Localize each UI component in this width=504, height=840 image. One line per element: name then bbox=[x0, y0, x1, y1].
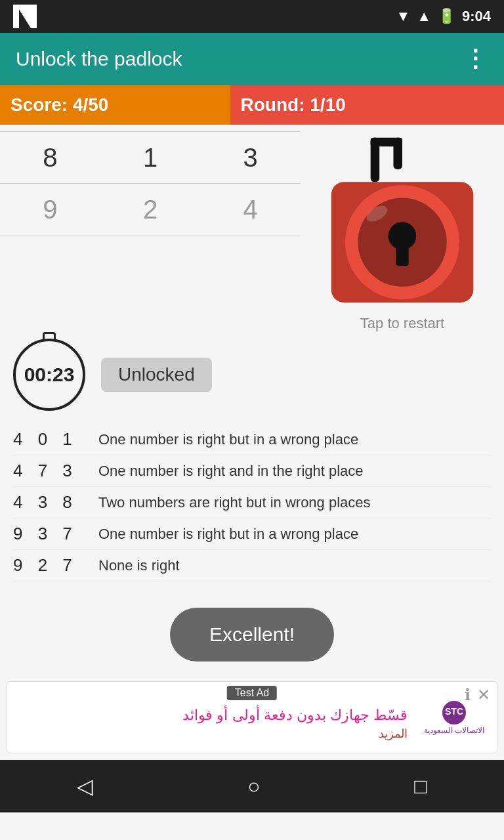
status-bar-right: ▼ ▲ 🔋 9:04 bbox=[396, 8, 491, 25]
clue-text-3: One number is right but in a wrong place bbox=[98, 526, 491, 543]
round-label: Round: 1/10 bbox=[241, 94, 346, 116]
ad-banner: Test Ad ℹ ✕ قسّط جهازك بدون دفعة أولى أو… bbox=[7, 681, 497, 753]
clue-numbers-3: 9 3 7 bbox=[13, 524, 98, 544]
clue-text-4: None is right bbox=[98, 557, 491, 574]
svg-rect-7 bbox=[396, 247, 408, 266]
time-display: 9:04 bbox=[462, 8, 491, 25]
ad-close-icon[interactable]: ✕ bbox=[477, 686, 490, 704]
score-label: Score: 4/50 bbox=[10, 94, 108, 116]
nav-recent-button[interactable]: □ bbox=[414, 774, 427, 799]
timer-circle: 00:23 bbox=[13, 339, 85, 411]
svg-point-6 bbox=[388, 222, 417, 250]
app-bar: Unlock the padlock ⋮ bbox=[0, 33, 504, 85]
wifi-icon: ▼ bbox=[396, 8, 410, 25]
ad-info-icon[interactable]: ℹ bbox=[465, 686, 471, 704]
stc-logo-icon: STC bbox=[441, 700, 467, 726]
active-digit-3[interactable]: 3 bbox=[200, 143, 301, 173]
excellent-button[interactable]: Excellent! bbox=[170, 608, 334, 662]
signal-icon: ▲ bbox=[417, 8, 431, 25]
number-grid: 8 1 3 9 2 4 bbox=[0, 125, 301, 332]
clue-numbers-2: 4 3 8 bbox=[13, 492, 98, 513]
timer-top-icon bbox=[43, 332, 56, 340]
dimmed-digit-2[interactable]: 2 bbox=[100, 195, 201, 224]
n-logo-icon bbox=[13, 5, 37, 28]
svg-rect-1 bbox=[371, 138, 380, 182]
active-digit-1[interactable]: 8 bbox=[0, 143, 100, 173]
clue-table: 4 0 1 One number is right but in a wrong… bbox=[0, 417, 504, 588]
button-row: Excellent! bbox=[0, 588, 504, 675]
ad-arabic-text: قسّط جهازك بدون دفعة أولى أو فوائد المزي… bbox=[7, 707, 418, 741]
status-bar: ▼ ▲ 🔋 9:04 bbox=[0, 0, 504, 33]
clue-numbers-0: 4 0 1 bbox=[13, 429, 98, 450]
padlock-icon[interactable] bbox=[317, 131, 488, 322]
dimmed-digit-1[interactable]: 9 bbox=[0, 195, 100, 224]
active-number-row[interactable]: 8 1 3 bbox=[0, 131, 301, 184]
app-title: Unlock the padlock bbox=[16, 48, 182, 70]
round-box: Round: 1/10 bbox=[230, 85, 504, 125]
clue-row: 9 2 7 None is right bbox=[13, 550, 491, 581]
clue-row: 4 7 3 One number is right and in the rig… bbox=[13, 455, 491, 487]
nav-home-button[interactable]: ○ bbox=[247, 774, 260, 799]
score-box: Score: 4/50 bbox=[0, 85, 230, 125]
clue-text-0: One number is right but in a wrong place bbox=[98, 431, 491, 448]
ad-label: Test Ad bbox=[227, 686, 277, 700]
nav-bar: ◁ ○ □ bbox=[0, 760, 504, 812]
svg-text:STC: STC bbox=[445, 706, 463, 717]
top-section: 8 1 3 9 2 4 Tap to restart bbox=[0, 125, 504, 332]
nav-back-button[interactable]: ◁ bbox=[77, 774, 93, 799]
dimmed-digit-3[interactable]: 4 bbox=[200, 195, 301, 224]
clue-row: 4 3 8 Two numbers are right but in wrong… bbox=[13, 487, 491, 518]
clue-numbers-4: 9 2 7 bbox=[13, 555, 98, 576]
lock-area[interactable]: Tap to restart bbox=[301, 125, 504, 332]
ad-sub-text: المزيد bbox=[18, 726, 408, 741]
svg-rect-2 bbox=[393, 138, 402, 169]
menu-button[interactable]: ⋮ bbox=[463, 45, 488, 73]
status-bar-left bbox=[13, 5, 37, 28]
timer-row: 00:23 Unlocked bbox=[0, 332, 504, 417]
stc-brand-name: الاتصالات السعودية bbox=[424, 726, 484, 735]
dimmed-number-row[interactable]: 9 2 4 bbox=[0, 184, 301, 236]
unlocked-badge: Unlocked bbox=[101, 358, 212, 392]
clue-numbers-1: 4 7 3 bbox=[13, 461, 98, 481]
battery-icon: 🔋 bbox=[438, 8, 455, 25]
tap-to-restart-label[interactable]: Tap to restart bbox=[360, 315, 444, 332]
clue-text-2: Two numbers are right but in wrong place… bbox=[98, 494, 491, 511]
clue-text-1: One number is right and in the right pla… bbox=[98, 463, 491, 480]
score-round-row: Score: 4/50 Round: 1/10 bbox=[0, 85, 504, 125]
clue-row: 4 0 1 One number is right but in a wrong… bbox=[13, 424, 491, 455]
clue-row: 9 3 7 One number is right but in a wrong… bbox=[13, 518, 491, 550]
active-digit-2[interactable]: 1 bbox=[100, 143, 201, 173]
timer-value: 00:23 bbox=[24, 364, 75, 386]
